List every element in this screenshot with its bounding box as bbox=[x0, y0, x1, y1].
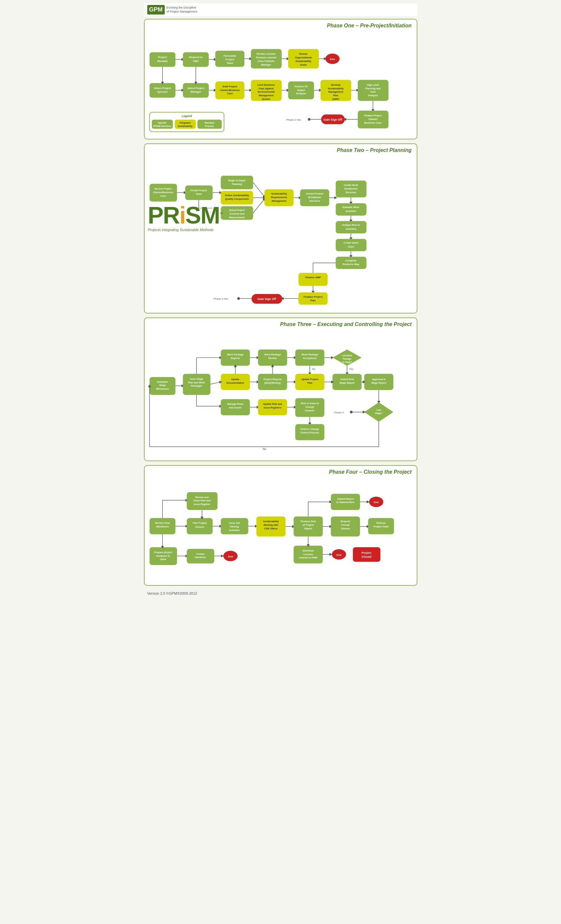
phase4-diagram: Review Final Milestones Review and Close… bbox=[148, 478, 413, 580]
svg-text:End: End bbox=[228, 555, 233, 558]
svg-text:Establish: Establish bbox=[157, 380, 168, 383]
svg-text:Release: Release bbox=[376, 522, 385, 525]
svg-text:Prepare project: Prepare project bbox=[154, 551, 172, 554]
svg-text:Enforce Change: Enforce Change bbox=[301, 428, 319, 430]
svg-text:and Issues: and Issues bbox=[229, 406, 241, 409]
svg-text:Sustainability: Sustainability bbox=[295, 60, 311, 63]
svg-text:Create Product: Create Product bbox=[306, 192, 323, 195]
svg-text:Plan: Plan bbox=[307, 381, 312, 384]
svg-text:Update Risk and: Update Risk and bbox=[263, 402, 282, 405]
svg-text:Packages: Packages bbox=[191, 384, 202, 387]
svg-text:Project Reports: Project Reports bbox=[263, 378, 282, 381]
svg-text:client: client bbox=[160, 558, 166, 561]
svg-text:Develop: Develop bbox=[331, 83, 340, 86]
svg-text:Work Package: Work Package bbox=[301, 353, 318, 356]
svg-text:Close Risk and: Close Risk and bbox=[193, 499, 211, 502]
svg-text:Review Lessons: Review Lessons bbox=[257, 52, 275, 56]
svg-text:Package: Package bbox=[343, 358, 351, 360]
svg-rect-83 bbox=[197, 120, 222, 129]
svg-text:Gain Sign Off: Gain Sign Off bbox=[257, 297, 276, 301]
svg-text:Level Business: Level Business bbox=[257, 83, 275, 86]
svg-text:Manager: Manager bbox=[190, 90, 201, 93]
svg-text:Sustainability: Sustainability bbox=[271, 192, 287, 195]
svg-text:of Stage?: of Stage? bbox=[342, 361, 352, 364]
svg-text:Milestones: Milestones bbox=[156, 387, 169, 390]
svg-text:Setup Project: Setup Project bbox=[229, 208, 245, 212]
svg-text:Begin In-Depth: Begin In-Depth bbox=[228, 179, 246, 182]
svg-text:No: No bbox=[312, 368, 316, 370]
phase4-section: Phase Four – Closing the Project Review … bbox=[144, 465, 417, 586]
svg-text:Change: Change bbox=[305, 405, 314, 408]
svg-text:Plan: Plan bbox=[333, 94, 338, 97]
svg-text:Manage Risks: Manage Risks bbox=[227, 402, 243, 405]
svg-text:Lessons: Lessons bbox=[303, 553, 313, 556]
prism-logo: PRiSM™ Projects integrating Sustainable … bbox=[148, 203, 223, 232]
svg-text:Project: Project bbox=[225, 58, 234, 61]
svg-text:Finalize Project: Finalize Project bbox=[364, 114, 382, 117]
svg-text:Analyze Risk to: Analyze Risk to bbox=[342, 224, 360, 226]
phase2-section: Phase Two – Project Planning PRiSM™ Proj… bbox=[144, 143, 417, 314]
svg-text:Phase 3 Yes: Phase 3 Yes bbox=[214, 297, 228, 300]
svg-text:Learned to PMO: Learned to PMO bbox=[299, 556, 317, 559]
svg-text:Last Work: Last Work bbox=[342, 354, 352, 357]
svg-text:Breakdown: Breakdown bbox=[308, 196, 321, 199]
svg-text:Project: Project bbox=[361, 551, 371, 555]
svg-text:End: End bbox=[330, 58, 335, 61]
svg-text:Update: Update bbox=[231, 378, 239, 381]
svg-text:From Portfolio: From Portfolio bbox=[257, 60, 274, 63]
svg-text:Stage: Stage bbox=[159, 384, 166, 387]
svg-text:Stage Report: Stage Report bbox=[371, 381, 386, 384]
prism-letters: PRiSM™ bbox=[148, 203, 223, 227]
phase3-title: Phase Three – Executing and Controlling … bbox=[148, 321, 413, 327]
svg-text:(SMP): (SMP) bbox=[332, 98, 339, 100]
gpm-logo: GPM bbox=[147, 5, 165, 15]
svg-text:Requirements: Requirements bbox=[271, 196, 287, 199]
svg-text:Closure: Closure bbox=[341, 527, 350, 530]
svg-text:Request to: Request to bbox=[189, 56, 203, 58]
svg-text:of Project: of Project bbox=[302, 524, 314, 526]
svg-text:Standard: Standard bbox=[204, 122, 214, 124]
svg-text:Process: Process bbox=[205, 125, 214, 127]
svg-text:Meeting with: Meeting with bbox=[263, 524, 278, 526]
svg-text:Previous Learned: Previous Learned bbox=[256, 56, 276, 59]
svg-text:Review and: Review and bbox=[195, 496, 208, 499]
svg-point-152 bbox=[237, 297, 240, 300]
svg-text:handover to: handover to bbox=[156, 555, 170, 557]
svg-text:End: End bbox=[374, 501, 378, 504]
svg-text:Chart: Chart bbox=[347, 245, 354, 248]
svg-rect-145 bbox=[298, 292, 328, 304]
svg-text:Activities: Activities bbox=[229, 529, 240, 532]
svg-rect-80 bbox=[175, 120, 196, 129]
footer: Version 2.0 ©GPM®2009-2012 bbox=[144, 590, 417, 597]
svg-text:Closing: Closing bbox=[230, 525, 238, 528]
svg-text:Review Final: Review Final bbox=[155, 522, 170, 525]
svg-text:Define Sustainability: Define Sustainability bbox=[225, 194, 249, 197]
svg-text:Case: Case bbox=[227, 92, 233, 95]
svg-text:Finalize SMP: Finalize SMP bbox=[305, 276, 321, 279]
svg-text:Control Process: Control Process bbox=[301, 431, 319, 434]
svg-text:Sustainability: Sustainability bbox=[178, 125, 192, 128]
svg-text:Formal: Formal bbox=[196, 552, 204, 555]
svg-text:Organizational: Organizational bbox=[295, 56, 312, 59]
svg-text:Closure: Closure bbox=[195, 525, 204, 528]
svg-text:Formulate: Formulate bbox=[223, 54, 236, 57]
svg-text:Distribute: Distribute bbox=[302, 549, 314, 552]
svg-text:Work Package: Work Package bbox=[264, 353, 281, 356]
logo-tagline: Evolving the Discipline of Project Manag… bbox=[167, 6, 197, 14]
svg-text:Issue Register: Issue Register bbox=[193, 503, 210, 506]
svg-text:Sustainability: Sustainability bbox=[263, 520, 279, 523]
svg-text:Activities: Activities bbox=[345, 210, 356, 213]
svg-text:Goals: Goals bbox=[300, 63, 307, 66]
svg-text:CSR Officer: CSR Officer bbox=[264, 527, 277, 530]
svg-text:(Daily/Weekly): (Daily/Weekly) bbox=[264, 381, 281, 384]
svg-text:Integrated: Integrated bbox=[180, 122, 190, 124]
svg-text:Team: Team bbox=[195, 192, 202, 195]
svg-text:Milestones: Milestones bbox=[156, 525, 169, 528]
svg-text:Submit End: Submit End bbox=[340, 378, 354, 381]
svg-text:System: System bbox=[262, 98, 271, 100]
phase2-title: Phase Two – Project Planning bbox=[148, 147, 413, 153]
svg-text:Formal: Formal bbox=[341, 524, 350, 526]
svg-text:Manager: Manager bbox=[261, 63, 271, 66]
svg-text:Create Gantt: Create Gantt bbox=[344, 241, 358, 244]
svg-text:Last: Last bbox=[376, 409, 381, 411]
